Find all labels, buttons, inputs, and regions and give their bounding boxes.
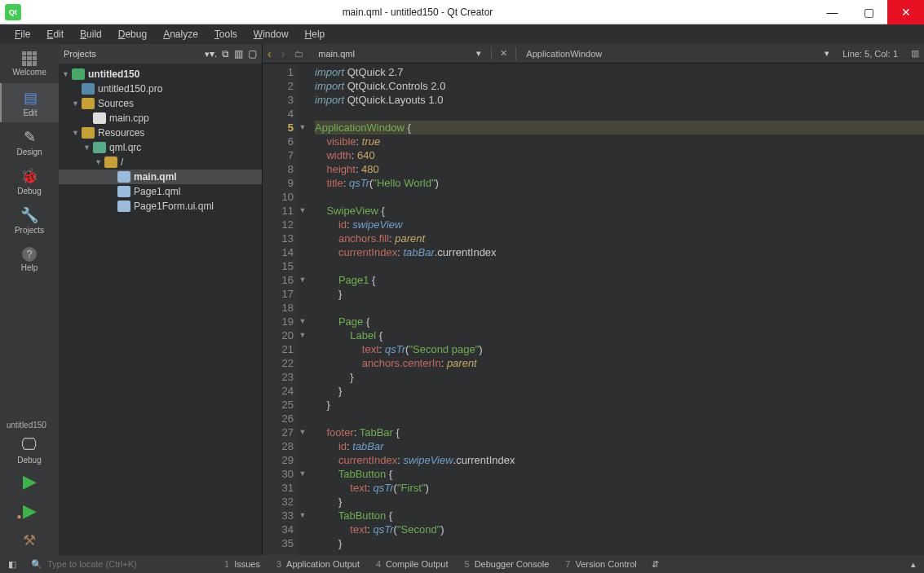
split-editor-icon[interactable]: ▥ [906, 48, 924, 59]
sidebar-header: Projects ▾ ▾. ⧉ ▥ ▢ [59, 44, 262, 64]
tree-project[interactable]: ▼untitled150 [59, 67, 262, 82]
output-pane-compile-output[interactable]: 4 Compile Output [368, 559, 457, 569]
tree-qrc-root[interactable]: ▼/ [59, 155, 262, 170]
editor-area: ‹ › 🗀 main.qml ▾ ✕ ApplicationWindow ▾ L… [263, 44, 924, 555]
tree-file-page1formui[interactable]: Page1Form.ui.qml [59, 199, 262, 214]
filter-icon[interactable]: ▾. [210, 48, 217, 60]
question-icon: ? [22, 247, 37, 262]
menu-analyze[interactable]: Analyze [155, 27, 206, 42]
cursor-position[interactable]: Line: 5, Col: 1 [834, 49, 906, 59]
tree-sources-folder[interactable]: ▼Sources [59, 96, 262, 111]
close-editor-button[interactable]: ✕ [495, 48, 512, 59]
line-number-gutter[interactable]: 1234567891011121314151617181920212223242… [263, 64, 297, 555]
build-button[interactable]: ⚒ [23, 526, 36, 555]
mode-help[interactable]: ? Help [0, 240, 59, 279]
tree-file-mainqml[interactable]: main.qml [59, 170, 262, 184]
nav-forward-button[interactable]: › [276, 47, 290, 60]
nav-back-button[interactable]: ‹ [263, 47, 276, 60]
editor-toolbar: ‹ › 🗀 main.qml ▾ ✕ ApplicationWindow ▾ L… [263, 44, 924, 64]
link-icon[interactable]: ⧉ [222, 48, 229, 60]
menu-tools[interactable]: Tools [206, 27, 245, 42]
symbol-crumb-dropdown-icon[interactable]: ▾ [820, 48, 834, 59]
mode-edit[interactable]: ▤ Edit [0, 83, 59, 122]
project-sidebar: Projects ▾ ▾. ⧉ ▥ ▢ ▼untitled150 untitle… [59, 44, 263, 555]
window-title: main.qml - untitled150 - Qt Creator [21, 7, 814, 18]
code-body[interactable]: import QtQuick 2.7import QtQuick.Control… [308, 64, 924, 555]
symbol-crumb[interactable]: ApplicationWindow [519, 49, 820, 59]
close-pane-icon[interactable]: ▢ [248, 48, 257, 60]
output-pane-version-control[interactable]: 7 Version Control [557, 559, 644, 569]
titlebar: Qt main.qml - untitled150 - Qt Creator —… [0, 0, 924, 24]
run-button[interactable]: ▶ [23, 467, 37, 496]
minimize-button[interactable]: — [814, 0, 851, 24]
mode-design[interactable]: ✎ Design [0, 122, 59, 161]
tree-resources-folder[interactable]: ▼Resources [59, 126, 262, 140]
open-file-selector[interactable]: main.qml ▾ [308, 48, 488, 59]
document-icon: ▤ [24, 89, 38, 107]
pane-selector-dropdown-icon[interactable]: ⇵ [645, 559, 665, 570]
menu-window[interactable]: Window [245, 27, 297, 42]
close-button[interactable]: ✕ [887, 0, 924, 24]
kit-selector-label: untitled150 [3, 421, 55, 430]
menu-debug[interactable]: Debug [110, 27, 155, 42]
code-editor[interactable]: 1234567891011121314151617181920212223242… [263, 64, 924, 555]
mode-debug[interactable]: 🐞 Debug [0, 161, 59, 201]
locator-input[interactable] [47, 559, 186, 569]
pencil-icon: ✎ [24, 128, 36, 146]
mode-selector: Welcome ▤ Edit ✎ Design 🐞 Debug 🔧 Projec… [0, 44, 59, 555]
sidebar-view-selector[interactable]: Projects ▾ [64, 49, 210, 60]
lock-icon[interactable]: 🗀 [290, 49, 308, 59]
grid-icon [22, 51, 37, 66]
menubar: FileEditBuildDebugAnalyzeToolsWindowHelp [0, 24, 924, 44]
fold-column[interactable]: ▼▼▼▼▼▼▼▼ [297, 64, 308, 555]
split-pane-icon[interactable]: ▥ [234, 48, 243, 60]
bottom-bar: ◧ 🔍 1 Issues3 Application Output4 Compil… [0, 555, 924, 573]
output-pane-debugger-console[interactable]: 5 Debugger Console [457, 559, 558, 569]
bug-icon: 🐞 [20, 167, 38, 185]
locator[interactable]: 🔍 [24, 559, 216, 570]
project-tree[interactable]: ▼untitled150 untitled150.pro ▼Sources ma… [59, 64, 262, 555]
wrench-icon: 🔧 [20, 206, 38, 224]
menu-help[interactable]: Help [297, 27, 334, 42]
output-pane-issues[interactable]: 1 Issues [216, 559, 268, 569]
tree-file-maincpp[interactable]: main.cpp [59, 111, 262, 126]
tree-file-page1qml[interactable]: Page1.qml [59, 184, 262, 199]
mode-projects[interactable]: 🔧 Projects [0, 201, 59, 240]
menu-build[interactable]: Build [72, 27, 110, 42]
output-expand-icon[interactable]: ▴ [903, 559, 924, 570]
mode-welcome[interactable]: Welcome [0, 44, 59, 83]
debug-run-button[interactable]: ▶● [23, 496, 37, 526]
tree-profile[interactable]: untitled150.pro [59, 82, 262, 96]
maximize-button[interactable]: ▢ [851, 0, 887, 24]
menu-file[interactable]: File [7, 27, 38, 42]
output-pane-application-output[interactable]: 3 Application Output [268, 559, 368, 569]
toggle-sidebar-icon[interactable]: ◧ [0, 559, 24, 570]
open-file-name: main.qml [318, 49, 355, 59]
search-icon: 🔍 [31, 559, 42, 570]
qt-logo-icon: Qt [5, 4, 21, 20]
tree-file-qmlqrc[interactable]: ▼qml.qrc [59, 140, 262, 155]
menu-edit[interactable]: Edit [38, 27, 72, 42]
kit-selector[interactable]: 🖵 Debug [0, 433, 59, 467]
monitor-icon: 🖵 [21, 435, 38, 454]
